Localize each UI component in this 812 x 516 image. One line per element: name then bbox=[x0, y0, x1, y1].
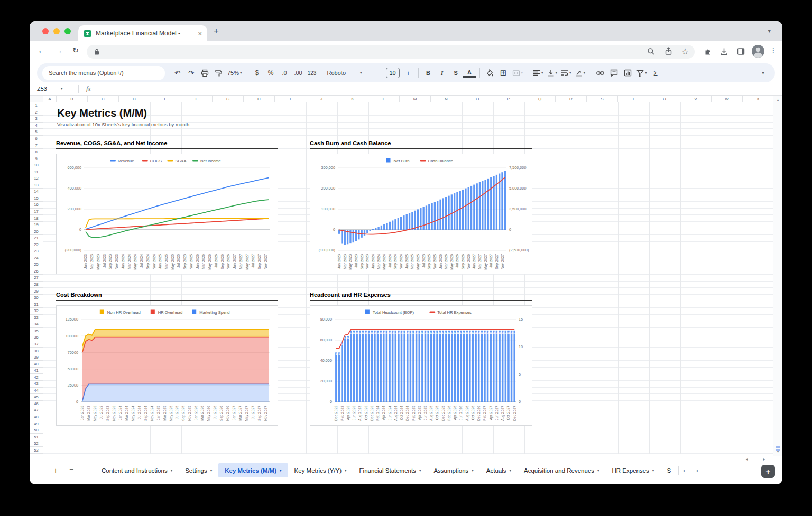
column-header-Q[interactable]: Q bbox=[524, 96, 556, 102]
insert-comment-button[interactable] bbox=[607, 66, 621, 80]
side-panel-icon[interactable] bbox=[735, 45, 746, 57]
row-header-30[interactable]: 30 bbox=[30, 295, 43, 302]
traffic-light-zoom[interactable] bbox=[64, 28, 71, 34]
row-header-26[interactable]: 26 bbox=[30, 268, 43, 275]
row-header-45[interactable]: 45 bbox=[30, 394, 43, 401]
column-header-I[interactable]: I bbox=[275, 96, 306, 102]
row-header-11[interactable]: 11 bbox=[30, 168, 43, 175]
row-header-41[interactable]: 41 bbox=[30, 368, 43, 374]
column-header-S[interactable]: S bbox=[587, 96, 618, 102]
column-header-U[interactable]: U bbox=[649, 96, 680, 102]
row-header-17[interactable]: 17 bbox=[30, 209, 43, 215]
sheet-tab-financial-statements[interactable]: Financial Statements▾ bbox=[353, 463, 428, 477]
row-header-1[interactable]: 1 bbox=[30, 102, 43, 109]
menu-search-input[interactable]: Search the menus (Option+/) bbox=[42, 66, 165, 80]
text-rotation-button[interactable]: ▾ bbox=[574, 66, 587, 80]
row-header-38[interactable]: 38 bbox=[30, 348, 43, 354]
column-header-H[interactable]: H bbox=[244, 96, 275, 102]
row-header-9[interactable]: 9 bbox=[30, 155, 43, 162]
row-header-6[interactable]: 6 bbox=[30, 136, 43, 143]
chart-headcount-hr-expenses[interactable]: 80,00060,00040,00020,0000151050Dec 2022F… bbox=[310, 305, 532, 426]
row-header-34[interactable]: 34 bbox=[30, 321, 43, 328]
row-header-33[interactable]: 33 bbox=[30, 315, 43, 322]
redo-button[interactable]: ↷ bbox=[184, 66, 198, 80]
column-header-V[interactable]: V bbox=[680, 96, 712, 102]
row-header-51[interactable]: 51 bbox=[30, 434, 43, 440]
row-header-23[interactable]: 23 bbox=[30, 248, 43, 255]
row-header-43[interactable]: 43 bbox=[30, 381, 43, 388]
row-header-32[interactable]: 32 bbox=[30, 308, 43, 315]
row-header-37[interactable]: 37 bbox=[30, 341, 43, 348]
row-header-42[interactable]: 42 bbox=[30, 374, 43, 381]
reload-button[interactable]: ↻ bbox=[70, 46, 81, 54]
column-header-N[interactable]: N bbox=[431, 96, 462, 102]
chart-cost-breakdown[interactable]: 1250001000007500050000250000Jan 2023Mar … bbox=[56, 305, 278, 426]
row-header-39[interactable]: 39 bbox=[30, 354, 43, 361]
sheet-tab-s[interactable]: S bbox=[660, 463, 677, 477]
paint-format-button[interactable] bbox=[212, 66, 225, 80]
sheet-tab-actuals[interactable]: Actuals▾ bbox=[480, 463, 518, 477]
strikethrough-button[interactable]: S bbox=[449, 66, 463, 80]
insert-link-button[interactable] bbox=[594, 66, 607, 80]
share-icon[interactable] bbox=[662, 45, 674, 57]
row-header-28[interactable]: 28 bbox=[30, 282, 43, 288]
text-color-button[interactable]: A bbox=[463, 68, 476, 78]
row-header-24[interactable]: 24 bbox=[30, 255, 43, 262]
text-wrap-button[interactable]: ▾ bbox=[559, 66, 573, 80]
column-header-A[interactable]: A bbox=[43, 96, 57, 102]
row-header-46[interactable]: 46 bbox=[30, 401, 43, 408]
row-header-49[interactable]: 49 bbox=[30, 420, 43, 427]
row-header-8[interactable]: 8 bbox=[30, 149, 43, 156]
font-size-input[interactable]: 10 bbox=[384, 66, 401, 80]
sheet-tab-acquisition-and-revenues[interactable]: Acquisition and Revenues▾ bbox=[518, 463, 606, 477]
row-header-31[interactable]: 31 bbox=[30, 301, 43, 308]
row-header-5[interactable]: 5 bbox=[30, 129, 43, 136]
row-header-13[interactable]: 13 bbox=[30, 182, 43, 189]
row-header-4[interactable]: 4 bbox=[30, 123, 43, 129]
chart-revenue-cogs-sga-net-income[interactable]: 600,000400,000200,0000(200,000)Jan 2023M… bbox=[56, 154, 278, 274]
sheet-tab-content-and-instructions[interactable]: Content and Instructions▾ bbox=[95, 463, 179, 477]
sheet-tab-key-metrics-m-m-[interactable]: Key Metrics (M/M)▾ bbox=[218, 463, 288, 477]
grid-corner[interactable] bbox=[30, 96, 43, 102]
search-tabs-icon[interactable] bbox=[645, 45, 657, 57]
column-header-F[interactable]: F bbox=[181, 96, 213, 102]
forward-button[interactable]: → bbox=[53, 46, 64, 55]
row-header-53[interactable]: 53 bbox=[30, 447, 43, 454]
row-header-50[interactable]: 50 bbox=[30, 427, 43, 434]
column-header-X[interactable]: X bbox=[743, 96, 774, 102]
row-header-3[interactable]: 3 bbox=[30, 116, 43, 123]
sheet-tabs-prev-icon[interactable]: ‹ bbox=[683, 466, 685, 474]
row-header-48[interactable]: 48 bbox=[30, 414, 43, 421]
column-header-J[interactable]: J bbox=[306, 96, 337, 102]
row-header-12[interactable]: 12 bbox=[30, 175, 43, 182]
row-header-40[interactable]: 40 bbox=[30, 361, 43, 368]
row-header-15[interactable]: 15 bbox=[30, 195, 43, 202]
vertical-scrollbar[interactable]: ▴ ▾ bbox=[773, 96, 782, 456]
zoom-select[interactable]: 75%▾ bbox=[226, 66, 244, 80]
tab-close-icon[interactable]: × bbox=[198, 30, 202, 37]
column-header-T[interactable]: T bbox=[618, 96, 649, 102]
traffic-light-minimize[interactable] bbox=[53, 28, 60, 34]
column-header-C[interactable]: C bbox=[88, 96, 119, 102]
sheet-tab-hr-expenses[interactable]: HR Expenses▾ bbox=[606, 463, 661, 477]
create-filter-button[interactable]: ▾ bbox=[635, 66, 649, 80]
address-bar[interactable] bbox=[87, 45, 695, 59]
increase-decimal-button[interactable]: .00 bbox=[292, 66, 305, 80]
decrease-font-size-button[interactable]: − bbox=[371, 66, 384, 80]
column-header-G[interactable]: G bbox=[213, 96, 244, 102]
row-header-2[interactable]: 2 bbox=[30, 109, 43, 116]
increase-font-size-button[interactable]: + bbox=[402, 66, 415, 80]
horizontal-scrollbar[interactable]: ◂ ▸ bbox=[738, 456, 773, 463]
functions-button[interactable]: Σ bbox=[649, 66, 662, 80]
row-header-14[interactable]: 14 bbox=[30, 189, 43, 195]
format-currency-button[interactable]: $ bbox=[251, 66, 264, 80]
profile-avatar[interactable] bbox=[752, 45, 764, 58]
row-header-44[interactable]: 44 bbox=[30, 388, 43, 395]
row-header-16[interactable]: 16 bbox=[30, 202, 43, 209]
horizontal-align-button[interactable]: ▾ bbox=[531, 66, 545, 80]
browser-tab[interactable]: Marketplace Financial Model - × bbox=[78, 25, 207, 41]
row-header-10[interactable]: 10 bbox=[30, 162, 43, 169]
kebab-menu-icon[interactable]: ⋮ bbox=[768, 46, 779, 54]
tabstrip-chevron-icon[interactable]: ▾ bbox=[768, 27, 771, 34]
scroll-up-icon[interactable]: ▴ bbox=[773, 98, 782, 102]
